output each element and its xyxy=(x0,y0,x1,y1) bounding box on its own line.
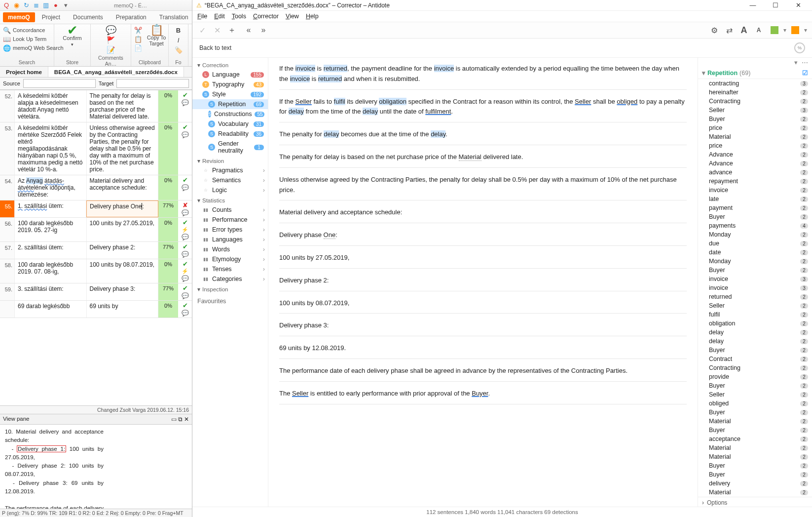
copy-icon[interactable]: 📋 xyxy=(134,35,142,43)
result-item[interactable]: delay2 xyxy=(698,337,812,346)
segment-target[interactable]: 100 units by 08.07.2019, xyxy=(87,259,159,283)
doc-paragraph[interactable]: Unless otherwise agreed by the Contracti… xyxy=(279,175,687,196)
result-item[interactable]: Buyer2 xyxy=(698,381,812,390)
lookup-term-button[interactable]: 📖Look Up Term xyxy=(3,35,51,43)
menu-edit[interactable]: Edit xyxy=(214,13,225,20)
segment-row[interactable]: 54.Az Anyag átadás-átvételének időpontja… xyxy=(0,175,192,200)
nav-item[interactable]: ▮▮Languages› xyxy=(192,235,268,244)
note-icon[interactable]: 📝 xyxy=(107,46,115,54)
doc-paragraph[interactable]: 100 units by 27.05.2019, xyxy=(279,253,687,263)
segment-source[interactable]: 2. szállítási ütem: xyxy=(15,242,87,259)
prev-group-icon[interactable]: « xyxy=(244,25,254,35)
nav-item[interactable]: TTypography43 xyxy=(192,80,268,89)
doc-paragraph[interactable]: If the Seller fails to fulfil its delive… xyxy=(279,97,687,118)
nav-item[interactable]: ☆Pragmatics› xyxy=(192,165,268,175)
result-item[interactable]: Advance2 xyxy=(698,150,812,159)
segment-row[interactable]: 59.3. szállítási ütem:Delivery phase 3:7… xyxy=(0,283,192,301)
nav-section[interactable]: ▾Correction xyxy=(192,60,268,70)
segment-source[interactable]: A késedelmi kötbér mértéke Szerződő Fele… xyxy=(15,122,87,175)
dictionary-button[interactable] xyxy=(771,26,778,34)
menu-project[interactable]: Project xyxy=(36,12,66,23)
refresh-icon[interactable]: ↻ xyxy=(23,2,30,9)
result-item[interactable]: invoice2 xyxy=(698,186,812,195)
guides-button[interactable] xyxy=(791,26,799,34)
menu-file[interactable]: File xyxy=(197,13,207,20)
checkbox-icon[interactable]: ☑ xyxy=(802,69,808,77)
nav-item[interactable]: ▮▮Tenses› xyxy=(192,264,268,274)
menu-translation[interactable]: Translation xyxy=(153,12,194,23)
result-item[interactable]: invoice3 xyxy=(698,283,812,292)
segment-row[interactable]: 58.100 darab legkésőbb 2019. 07. 08-ig,1… xyxy=(0,259,192,283)
result-item[interactable]: returned2 xyxy=(698,292,812,301)
result-item[interactable]: payment2 xyxy=(698,203,812,212)
segment-target[interactable]: Unless otherwise agreed by the Contracti… xyxy=(87,122,159,175)
nav-item[interactable]: ▮▮Words› xyxy=(192,244,268,254)
menu-view[interactable]: View xyxy=(286,13,299,20)
result-item[interactable]: Buyer2 xyxy=(698,346,812,355)
nav-item[interactable]: ▮▮Categories› xyxy=(192,274,268,284)
target-filter-input[interactable] xyxy=(116,79,189,88)
segment-source[interactable]: 69 darab legkésőbb xyxy=(15,301,87,318)
segment-target[interactable]: 69 units by xyxy=(87,301,159,318)
globe-icon[interactable]: ◉ xyxy=(13,2,20,9)
nav-subitem[interactable]: SConstructions55 xyxy=(192,109,268,119)
result-item[interactable]: late2 xyxy=(698,195,812,203)
font-small-icon[interactable]: A xyxy=(754,25,764,35)
result-item[interactable]: obligation2 xyxy=(698,319,812,328)
chevron-down-icon[interactable]: ▾ xyxy=(794,59,798,66)
result-item[interactable]: Material2 xyxy=(698,132,812,141)
result-item[interactable]: price2 xyxy=(698,123,812,132)
result-item[interactable]: acceptance2 xyxy=(698,435,812,443)
result-item[interactable]: hereinafter2 xyxy=(698,88,812,97)
result-item[interactable]: Material2 xyxy=(698,488,812,497)
filter-icon[interactable]: ⇄ xyxy=(724,25,734,35)
segment-target[interactable]: 100 units by 27.05.2019, xyxy=(87,218,159,241)
mic-icon[interactable]: ● xyxy=(52,2,59,9)
menu-preparation[interactable]: Preparation xyxy=(110,12,152,23)
segment-row[interactable]: 55.1. szállítási ütem:Delivery phase One… xyxy=(0,200,192,218)
apply-icon[interactable]: ✓ xyxy=(197,25,207,35)
settings-icon[interactable]: ⚙ xyxy=(709,25,719,35)
sort-icon[interactable]: ⋯ xyxy=(802,59,808,66)
italic-icon[interactable]: I xyxy=(175,36,183,44)
nav-item[interactable]: ▮▮Etymology› xyxy=(192,254,268,264)
nav-subitem[interactable]: SRepetition69 xyxy=(192,99,268,109)
menu-corrector[interactable]: Corrector xyxy=(253,13,279,20)
segment-source[interactable]: A késedelmi kötbér alapja a késedelmesen… xyxy=(15,90,87,122)
menu-help[interactable]: Help xyxy=(306,13,319,20)
segment-row[interactable]: 69 darab legkésőbb69 units by0%✔💬 xyxy=(0,301,192,318)
doc-paragraph[interactable]: Delivery phase 2: xyxy=(279,276,687,286)
doc-paragraph[interactable]: The Seller is entitled to early performa… xyxy=(279,389,687,399)
segment-source[interactable]: Az Anyag átadás-átvételének időpontja, ü… xyxy=(15,175,87,200)
add-icon[interactable]: ＋ xyxy=(227,25,237,35)
memoq-brand[interactable]: memoQ xyxy=(3,14,35,21)
maximize-button[interactable]: ☐ xyxy=(766,1,785,9)
nav-section[interactable]: ▾Inspection xyxy=(192,284,268,294)
result-item[interactable]: repayment2 xyxy=(698,177,812,186)
copy-to-target-button[interactable]: 📋 Copy To Target xyxy=(144,26,169,46)
result-item[interactable]: Seller2 xyxy=(698,390,812,399)
comment-icon[interactable]: 💬 xyxy=(107,26,115,34)
segment-target[interactable]: Delivery phase One: xyxy=(86,200,158,217)
nav-item[interactable]: ▮▮Performance› xyxy=(192,215,268,225)
web-search-button[interactable]: 🌐memoQ Web Search xyxy=(3,44,51,52)
bold-icon[interactable]: B xyxy=(175,26,183,34)
viewpane-controls[interactable]: ▭ ⧉ ✕ xyxy=(171,416,189,423)
result-item[interactable]: Contracting2 xyxy=(698,97,812,106)
source-filter-input[interactable] xyxy=(23,79,96,88)
paste-icon[interactable]: 📄 xyxy=(134,44,142,52)
segment-source[interactable]: 3. szállítási ütem: xyxy=(15,283,87,300)
doc-paragraph[interactable]: If the invoice is returned, the payment … xyxy=(279,64,687,84)
nav-item[interactable]: ▮▮Counts› xyxy=(192,205,268,215)
doc-icon[interactable]: ▥ xyxy=(42,2,49,9)
confirm-button[interactable]: ✔ Confirm▾ xyxy=(57,26,87,47)
close-button[interactable]: ✕ xyxy=(788,1,808,9)
doc-paragraph[interactable]: Delivery phase One: xyxy=(279,230,687,240)
result-item[interactable]: Material2 xyxy=(698,417,812,426)
ignore-icon[interactable]: ✕ xyxy=(212,25,222,35)
nav-section[interactable]: ▾Revision xyxy=(192,156,268,165)
nav-item[interactable]: ▮▮Error types› xyxy=(192,225,268,235)
qa-icon[interactable]: Q xyxy=(3,2,10,9)
segment-row[interactable]: 52.A késedelmi kötbér alapja a késedelme… xyxy=(0,90,192,122)
nav-item[interactable]: SStyle192 xyxy=(192,89,268,99)
